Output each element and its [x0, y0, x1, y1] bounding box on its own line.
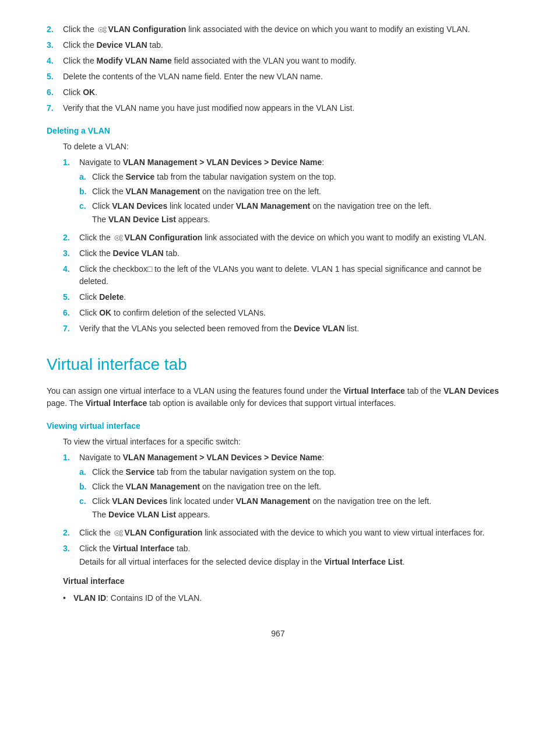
- list-content: Click the VLAN Configuration link associ…: [79, 232, 487, 244]
- bold-text: Virtual Interface: [86, 398, 147, 408]
- sub-content: Click VLAN Devices link located under VL…: [92, 495, 431, 521]
- sub-content: Click the Service tab from the tabular n…: [92, 466, 336, 478]
- list-num: 2.: [63, 527, 79, 539]
- list-num: 7.: [47, 102, 63, 114]
- deleting-vlan-heading: Deleting a VLAN: [47, 125, 509, 137]
- delete-item-1: 1. Navigate to VLAN Management > VLAN De…: [63, 156, 509, 228]
- bold-text: VLAN Management: [126, 187, 200, 196]
- list-content: Click OK to confirm deletion of the sele…: [79, 307, 266, 319]
- vlan-config-icon: [114, 233, 124, 242]
- svg-point-6: [120, 235, 122, 237]
- delete-item-3: 3. Click the Device VLAN tab.: [63, 247, 509, 260]
- list-num: 1.: [63, 452, 79, 523]
- list-item-5: 5. Delete the contents of the VLAN name …: [47, 71, 509, 83]
- list-num: 3.: [63, 542, 79, 568]
- bullet-item-vlanid: • VLAN ID: Contains ID of the VLAN.: [63, 592, 509, 604]
- bold-text: OK: [83, 88, 95, 97]
- list-num: 5.: [47, 71, 63, 83]
- delete-item-2: 2. Click the VLAN Configuration link ass…: [63, 232, 509, 244]
- view-item-1: 1. Navigate to VLAN Management > VLAN De…: [63, 452, 509, 523]
- svg-point-11: [120, 534, 122, 536]
- sub-content: Click the Service tab from the tabular n…: [92, 171, 336, 183]
- alpha-label: a.: [79, 171, 92, 183]
- bold-text: VLAN Management: [236, 496, 311, 506]
- bold-text: VLAN Management > VLAN Devices > Device …: [123, 453, 322, 462]
- bold-text: Virtual Interface List: [324, 557, 402, 566]
- svg-point-3: [104, 30, 106, 33]
- sub-list: a. Click the Service tab from the tabula…: [79, 466, 431, 521]
- list-content: Click the VLAN Configuration link associ…: [63, 23, 470, 36]
- list-content: Click Delete.: [79, 291, 126, 303]
- svg-point-2: [104, 27, 106, 29]
- sub-item-a: a. Click the Service tab from the tabula…: [79, 171, 431, 183]
- list-num: 4.: [63, 263, 79, 288]
- bold-text: VLAN Devices: [112, 201, 167, 211]
- delete-item-7: 7. Verify that the VLANs you selected be…: [63, 323, 509, 335]
- list-content: Click OK.: [63, 86, 97, 99]
- list-content: Navigate to VLAN Management > VLAN Devic…: [79, 156, 431, 228]
- sub-list: a. Click the Service tab from the tabula…: [79, 171, 431, 226]
- deleting-vlan-section: Deleting a VLAN To delete a VLAN: 1. Nav…: [47, 125, 509, 335]
- sub-content: Click the VLAN Management on the navigat…: [92, 186, 321, 198]
- list-item-4: 4. Click the Modify VLAN Name field asso…: [47, 55, 509, 67]
- list-num: 7.: [63, 323, 79, 335]
- alpha-label: a.: [79, 466, 92, 478]
- bold-text: OK: [99, 308, 111, 317]
- bold-text: VLAN ID: [73, 593, 106, 603]
- view-item-3: 3. Click the Virtual Interface tab. Deta…: [63, 542, 509, 568]
- list-content: Delete the contents of the VLAN name fie…: [63, 71, 323, 83]
- virtual-interface-tab-section: Virtual interface tab You can assign one…: [47, 352, 509, 604]
- bullet-content: VLAN ID: Contains ID of the VLAN.: [73, 592, 202, 604]
- bold-text: VLAN Management: [126, 482, 200, 491]
- list-content: Click the Modify VLAN Name field associa…: [63, 55, 356, 67]
- deleting-vlan-list: 1. Navigate to VLAN Management > VLAN De…: [63, 156, 509, 335]
- viewing-virtual-interface-section: Viewing virtual interface To view the vi…: [47, 420, 509, 604]
- svg-point-5: [116, 237, 118, 239]
- list-num: 6.: [47, 86, 63, 99]
- list-content: Click the VLAN Configuration link associ…: [79, 527, 484, 539]
- sub-item-c: c. Click VLAN Devices link located under…: [79, 200, 431, 226]
- bold-text: Service: [126, 172, 155, 181]
- svg-point-9: [116, 533, 118, 534]
- bold-text: Delete: [99, 292, 124, 302]
- list-content: Click the Virtual Interface tab. Details…: [79, 542, 404, 568]
- list-num: 4.: [47, 55, 63, 67]
- delete-item-6: 6. Click OK to confirm deletion of the s…: [63, 307, 509, 319]
- list-num: 3.: [47, 39, 63, 51]
- bold-text: Virtual Interface: [343, 386, 405, 396]
- sub-item-b: b. Click the VLAN Management on the navi…: [79, 186, 431, 198]
- delete-item-4: 4. Click the checkbox□ to the left of th…: [63, 263, 509, 288]
- sub-item-c: c. Click VLAN Devices link located under…: [79, 495, 431, 521]
- bold-text: Device VLAN: [294, 324, 344, 333]
- bold-text: Device VLAN: [113, 249, 164, 258]
- bold-text: VLAN Management > VLAN Devices > Device …: [123, 158, 322, 167]
- viewing-list: 1. Navigate to VLAN Management > VLAN De…: [63, 452, 509, 568]
- continuing-section: 2. Click the VLAN Configuration link ass…: [47, 23, 509, 114]
- viewing-virtual-interface-heading: Viewing virtual interface: [47, 420, 509, 432]
- list-content: Navigate to VLAN Management > VLAN Devic…: [79, 452, 431, 523]
- view-item-2: 2. Click the VLAN Configuration link ass…: [63, 527, 509, 539]
- list-num: 3.: [63, 247, 79, 260]
- virtual-interface-subheading: Virtual interface: [63, 575, 509, 587]
- delete-item-5: 5. Click Delete.: [63, 291, 509, 303]
- alpha-label: c.: [79, 495, 92, 521]
- vlan-config-icon: [97, 25, 108, 33]
- list-content: Click the checkbox□ to the left of the V…: [79, 263, 509, 288]
- list-item-6: 6. Click OK.: [47, 86, 509, 99]
- alpha-label: b.: [79, 186, 92, 198]
- bold-text: VLAN Configuration: [125, 528, 203, 537]
- list-num: 6.: [63, 307, 79, 319]
- bold-text: VLAN Device List: [108, 215, 176, 224]
- alpha-label: b.: [79, 481, 92, 493]
- sub-item-a: a. Click the Service tab from the tabula…: [79, 466, 431, 478]
- sub-content: Click VLAN Devices link located under VL…: [92, 200, 431, 226]
- bullet-dot: •: [63, 592, 73, 604]
- list-item-7: 7. Verify that the VLAN name you have ju…: [47, 102, 509, 114]
- bold-text: VLAN Management: [236, 201, 311, 211]
- bold-text: Modify VLAN Name: [97, 56, 172, 65]
- viewing-intro: To view the virtual interfaces for a spe…: [63, 436, 509, 448]
- bold-text: Device VLAN: [97, 40, 147, 50]
- list-content: Verify that the VLAN name you have just …: [63, 102, 354, 114]
- list-item-3: 3. Click the Device VLAN tab.: [47, 39, 509, 51]
- svg-point-7: [120, 239, 122, 241]
